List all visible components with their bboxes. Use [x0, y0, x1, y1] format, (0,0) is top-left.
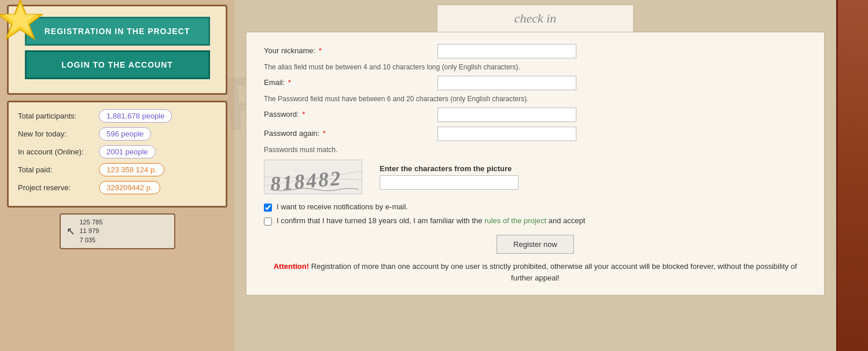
- counter-widget: ↖ 125 785 11 979 7 035: [60, 213, 175, 249]
- email-required: *: [286, 78, 291, 87]
- nickname-required: *: [317, 46, 322, 55]
- login-button[interactable]: LOGIN TO THE ACCOUNT: [25, 50, 210, 79]
- stat-label-total-paid: Total paid:: [18, 165, 99, 174]
- stat-value-total-paid: 123 358 124 p.: [99, 163, 164, 176]
- attention-message: Registration of more than one account by…: [311, 262, 797, 282]
- captcha-label: Enter the characters from the picture: [380, 164, 518, 173]
- password-again-label: Password again: *: [264, 127, 437, 138]
- registration-button[interactable]: REGISTRATION IN THE PROJECT: [25, 17, 210, 46]
- nickname-label: Your nickname: *: [264, 44, 437, 55]
- stats-box: Total participants: 1,881,678 people New…: [7, 101, 227, 208]
- password-label: Password: *: [264, 108, 437, 119]
- stat-row-total-participants: Total participants: 1,881,678 people: [18, 109, 216, 123]
- register-button[interactable]: Register now: [496, 235, 574, 254]
- star-decoration: [0, 0, 43, 43]
- rules-checkbox[interactable]: [264, 217, 272, 226]
- sidebar: REGISTRATION IN THE PROJECT LOGIN TO THE…: [0, 0, 234, 351]
- password-again-required: *: [321, 129, 326, 138]
- counter-line3: 7 035: [80, 236, 103, 245]
- email-input[interactable]: [437, 76, 576, 90]
- stat-value-new-today: 596 people: [99, 127, 151, 141]
- counter-line2: 11 979: [80, 227, 103, 235]
- nickname-hint: The alias field must be between 4 and 10…: [264, 63, 807, 71]
- stat-value-reserve: 329209442 p.: [99, 181, 160, 194]
- stat-label-reserve: Project reserve:: [18, 183, 99, 192]
- stat-value-online: 2001 people: [99, 145, 156, 158]
- counter-numbers: 125 785 11 979 7 035: [80, 218, 103, 245]
- password-again-row: Password again: *: [264, 127, 807, 141]
- right-panel: [836, 0, 868, 351]
- stat-value-total-participants: 1,881,678 people: [99, 109, 172, 123]
- attention-label: Attention!: [274, 262, 309, 271]
- registration-form: Your nickname: * The alias field must be…: [246, 32, 825, 295]
- stat-label-online: In account (Online):: [18, 147, 99, 156]
- nickname-input[interactable]: [437, 44, 576, 58]
- counter-line1: 125 785: [80, 218, 103, 227]
- password-row: Password: *: [264, 108, 807, 122]
- captcha-image: 818482: [264, 160, 362, 194]
- must-match-hint: Passwords must match.: [264, 146, 807, 154]
- password-input[interactable]: [437, 108, 576, 122]
- captcha-row: 818482 Enter the characters from the pic…: [264, 160, 807, 194]
- counter-arrow-icon: ↖: [67, 225, 75, 238]
- stat-row-online: In account (Online): 2001 people: [18, 145, 216, 158]
- checkin-tab: check in: [437, 5, 634, 32]
- captcha-right: Enter the characters from the picture: [380, 164, 518, 190]
- stat-row-reserve: Project reserve: 329209442 p.: [18, 181, 216, 194]
- main-content: PAYMENT check in Your nickname: * The al…: [234, 0, 836, 351]
- stat-label-total-participants: Total participants:: [18, 112, 99, 120]
- password-required: *: [300, 110, 306, 119]
- stat-label-new-today: New for today:: [18, 130, 99, 138]
- email-row: Email: *: [264, 76, 807, 90]
- email-label: Email: *: [264, 76, 437, 87]
- password-hint: The Password field must have between 6 a…: [264, 95, 807, 103]
- nickname-row: Your nickname: *: [264, 44, 807, 58]
- password-again-input[interactable]: [437, 127, 576, 141]
- attention-row: Attention! Registration of more than one…: [264, 261, 807, 283]
- stat-row-total-paid: Total paid: 123 358 124 p.: [18, 163, 216, 176]
- rules-link[interactable]: rules of the project: [484, 216, 546, 225]
- notifications-checkbox[interactable]: [264, 204, 272, 212]
- captcha-input[interactable]: [380, 175, 518, 190]
- checkbox-notifications-row: I want to receive notifications by e-mai…: [264, 202, 807, 212]
- checkbox-rules-row: I confirm that I have turned 18 years ol…: [264, 216, 807, 226]
- register-btn-row: Register now: [264, 235, 807, 254]
- notifications-label: I want to receive notifications by e-mai…: [277, 202, 408, 211]
- stat-row-new-today: New for today: 596 people: [18, 127, 216, 141]
- rules-label: I confirm that I have turned 18 years ol…: [277, 216, 585, 225]
